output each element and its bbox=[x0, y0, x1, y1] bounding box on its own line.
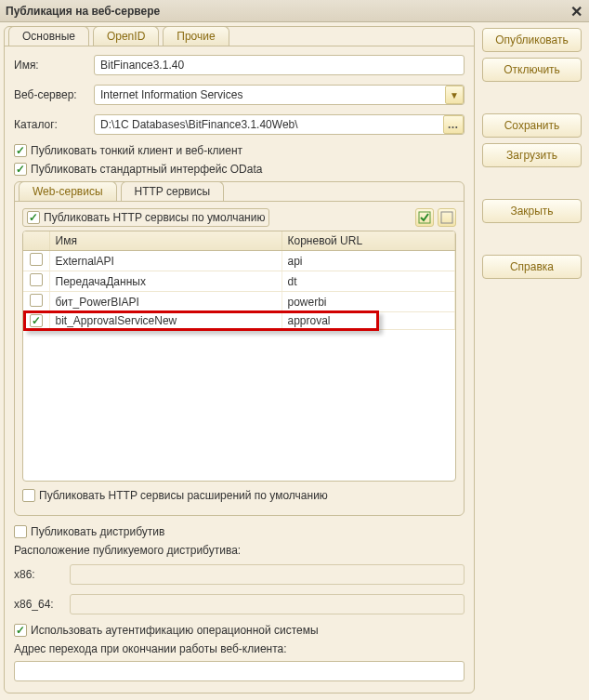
table-row[interactable]: ExternalAPI api bbox=[23, 251, 455, 271]
inner-tab-panel: Web-сервисы HTTP сервисы Публиковать HTT… bbox=[14, 181, 465, 516]
name-input[interactable] bbox=[94, 55, 465, 75]
http-default-label: Публиковать HTTP сервисы по умолчанию bbox=[44, 211, 265, 224]
server-input[interactable] bbox=[94, 85, 465, 105]
row-name: ExternalAPI bbox=[49, 251, 281, 271]
x86-label: x86: bbox=[14, 568, 70, 581]
os-auth-checkbox[interactable] bbox=[14, 624, 27, 637]
close-button[interactable]: Закрыть bbox=[482, 199, 582, 223]
help-button[interactable]: Справка bbox=[482, 255, 582, 279]
row-name: ПередачаДанных bbox=[49, 271, 281, 292]
distrib-location-label: Расположение публикуемого дистрибутива: bbox=[14, 544, 465, 557]
odata-label: Публиковать стандартный интерфейс OData bbox=[31, 163, 262, 176]
server-dropdown-button[interactable]: ▼ bbox=[445, 86, 464, 104]
catalog-browse-button[interactable]: … bbox=[443, 115, 464, 134]
redirect-label: Адрес перехода при окончании работы веб-… bbox=[14, 642, 465, 655]
title-bar: Публикация на веб-сервере ✕ bbox=[0, 0, 589, 22]
load-button[interactable]: Загрузить bbox=[482, 143, 582, 167]
table-row[interactable]: ПередачаДанных dt bbox=[23, 271, 455, 292]
svg-rect-1 bbox=[441, 212, 452, 223]
tab-web-services[interactable]: Web-сервисы bbox=[19, 181, 117, 201]
check-all-button[interactable] bbox=[415, 208, 434, 227]
row-checkbox[interactable] bbox=[30, 314, 43, 327]
outer-tab-panel: Основные OpenID Прочие Имя: Веб-сервер: … bbox=[4, 26, 475, 693]
name-label: Имя: bbox=[14, 59, 94, 72]
row-checkbox[interactable] bbox=[30, 273, 43, 286]
row-name: bit_ApprovalServiceNew bbox=[49, 312, 281, 330]
tab-http-services[interactable]: HTTP сервисы bbox=[121, 181, 225, 201]
row-checkbox[interactable] bbox=[30, 294, 43, 307]
row-url: api bbox=[281, 251, 455, 271]
col-name[interactable]: Имя bbox=[49, 231, 281, 251]
x86-input[interactable] bbox=[70, 564, 465, 585]
table-row[interactable]: бит_PowerBIAPI powerbi bbox=[23, 292, 455, 312]
window-title: Публикация на веб-сервере bbox=[6, 5, 160, 18]
tab-main[interactable]: Основные bbox=[8, 26, 89, 46]
tab-openid[interactable]: OpenID bbox=[93, 26, 159, 46]
row-url: powerbi bbox=[281, 292, 455, 312]
uncheck-all-icon bbox=[440, 211, 453, 224]
row-checkbox[interactable] bbox=[30, 253, 43, 266]
row-url: approval bbox=[281, 312, 455, 330]
publish-button[interactable]: Опубликовать bbox=[482, 28, 582, 52]
distrib-checkbox[interactable] bbox=[14, 525, 27, 538]
table-row[interactable]: bit_ApprovalServiceNew approval bbox=[23, 312, 455, 330]
check-all-icon bbox=[418, 211, 431, 224]
disconnect-button[interactable]: Отключить bbox=[482, 58, 582, 82]
x86-64-label: x86_64: bbox=[14, 598, 70, 611]
http-services-table: Имя Корневой URL ExternalAPI api bbox=[22, 231, 456, 482]
odata-checkbox[interactable] bbox=[14, 163, 27, 176]
row-url: dt bbox=[281, 271, 455, 292]
thin-client-label: Публиковать тонкий клиент и веб-клиент bbox=[31, 144, 242, 157]
http-ext-default-checkbox[interactable] bbox=[22, 489, 35, 502]
uncheck-all-button[interactable] bbox=[438, 208, 456, 227]
ellipsis-icon: … bbox=[448, 118, 460, 131]
col-url[interactable]: Корневой URL bbox=[281, 231, 455, 251]
http-ext-default-label: Публиковать HTTP сервисы расширений по у… bbox=[39, 489, 328, 502]
x86-64-input[interactable] bbox=[70, 594, 465, 614]
catalog-label: Каталог: bbox=[14, 118, 94, 131]
http-default-checkbox[interactable] bbox=[27, 211, 40, 224]
catalog-input[interactable] bbox=[94, 114, 465, 135]
save-button[interactable]: Сохранить bbox=[482, 113, 582, 138]
chevron-down-icon: ▼ bbox=[450, 90, 459, 100]
distrib-label: Публиковать дистрибутив bbox=[31, 525, 164, 538]
server-label: Веб-сервер: bbox=[14, 88, 94, 101]
os-auth-label: Использовать аутентификацию операционной… bbox=[31, 624, 319, 637]
col-check[interactable] bbox=[23, 231, 49, 251]
close-icon[interactable]: ✕ bbox=[565, 0, 587, 22]
row-name: бит_PowerBIAPI bbox=[49, 292, 281, 312]
thin-client-checkbox[interactable] bbox=[14, 144, 27, 157]
redirect-input[interactable] bbox=[14, 661, 465, 681]
tab-other[interactable]: Прочие bbox=[163, 26, 229, 46]
